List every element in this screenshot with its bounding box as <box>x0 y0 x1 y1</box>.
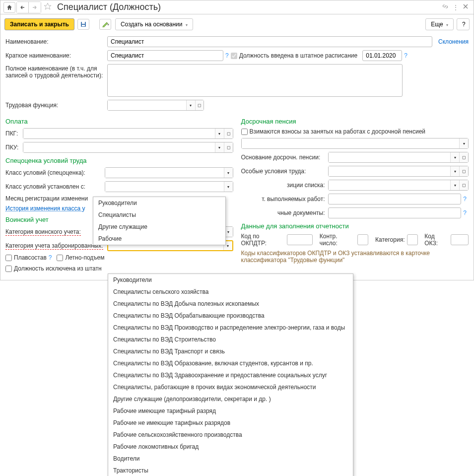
toolbar: Записать и закрыть ▾ Создать на основани… <box>0 14 474 34</box>
forward-button[interactable] <box>29 2 41 13</box>
class-set-label: Класс условий установлен с: <box>5 183 105 190</box>
dropdown2-item[interactable]: Рабочие локомотивных бригад <box>108 441 353 453</box>
excluded-label: Должность исключена из штатн <box>14 265 102 272</box>
class-set-drop[interactable]: ▾ <box>224 182 233 192</box>
docs-label: чные документы: <box>241 209 328 216</box>
special-cond-input[interactable] <box>329 166 451 176</box>
pku-drop[interactable]: ▾ <box>215 142 224 152</box>
help-work-types[interactable]: ? <box>463 196 467 203</box>
dropdown2-item[interactable]: Специалисты по ВЭД Обрабатывающие произв… <box>108 310 353 322</box>
dropdown2-item[interactable]: Другие служащие (делопроизводители, секр… <box>108 393 353 405</box>
help-date[interactable]: ? <box>404 52 407 59</box>
list-pos-drop[interactable]: ▾ <box>450 180 459 190</box>
dropdown1-item[interactable]: Специалисты <box>93 209 225 221</box>
dropdown2-item[interactable]: Трактористы <box>108 465 353 476</box>
class-set-input[interactable] <box>105 182 224 192</box>
help-docs[interactable]: ? <box>463 209 467 216</box>
dropdown2-item[interactable]: Водители <box>108 453 353 465</box>
dropdown2-item[interactable]: Специалисты, работающие в прочих видах э… <box>108 381 353 393</box>
name-label: Наименование: <box>5 38 107 45</box>
dropdown2-item[interactable]: Специалисты по ВЭД Добыча полезных ископ… <box>108 298 353 310</box>
dropdown2-item[interactable]: Специалисты по ВЭД Производство и распре… <box>108 322 353 334</box>
basis-open[interactable]: ◻ <box>459 152 468 162</box>
check-num-label: Контр. число: <box>320 233 356 247</box>
dropdown2-item[interactable]: Рабочие имеющие тарифный разряд <box>108 405 353 417</box>
dropdown1-item[interactable]: Руководители <box>93 197 225 209</box>
back-button[interactable] <box>17 2 29 13</box>
float-checkbox[interactable] <box>5 255 12 261</box>
report-header: Данные для заполнения отчетности <box>241 222 469 230</box>
full-name-textarea[interactable] <box>107 64 403 97</box>
float-label: Плавсостав <box>14 254 47 261</box>
pension-class-drop[interactable]: ▾ <box>459 138 468 148</box>
class-spec-drop[interactable]: ▾ <box>224 168 233 178</box>
pension-class-input[interactable] <box>242 138 460 148</box>
contributions-checkbox[interactable] <box>241 129 248 135</box>
list-pos-open[interactable]: ◻ <box>459 180 468 190</box>
pkg-open[interactable]: ◻ <box>224 129 233 138</box>
dropdown2-item[interactable]: Специалисты по ВЭД Транспорт и связь <box>108 345 353 357</box>
short-name-input[interactable] <box>107 50 223 61</box>
special-cond-drop[interactable]: ▾ <box>450 166 459 176</box>
list-pos-input[interactable] <box>329 180 451 190</box>
dropdown2-item[interactable]: Специалисты по ВЭД Строительство <box>108 334 353 345</box>
mil-category-dropdown: Руководители Специалисты Другие служащие… <box>93 197 226 245</box>
staff-schedule-checkbox <box>231 53 237 59</box>
check-num-input[interactable] <box>357 234 368 245</box>
basis-input[interactable] <box>329 152 451 162</box>
save-close-button[interactable]: Записать и закрыть <box>4 18 74 30</box>
menu-dots-icon[interactable]: ⋮ <box>453 4 459 11</box>
dropdown1-item[interactable]: Другие служащие <box>93 221 225 233</box>
short-name-label: Краткое наименование: <box>5 52 107 59</box>
category-input[interactable] <box>407 234 418 245</box>
declensions-link[interactable]: Склонения <box>438 38 469 45</box>
svg-rect-1 <box>82 22 85 24</box>
basis-drop[interactable]: ▾ <box>450 152 459 162</box>
work-types-input[interactable] <box>328 194 462 204</box>
docs-input[interactable] <box>328 207 462 218</box>
home-button[interactable] <box>3 2 15 13</box>
pku-open[interactable]: ◻ <box>224 142 233 152</box>
name-input[interactable] <box>107 36 432 47</box>
create-based-label: Создать на основании <box>121 21 183 28</box>
month-reg-label: Месяц регистрации изменени <box>5 195 105 202</box>
window-title: Специалист (Должность) <box>57 2 161 12</box>
pkg-drop[interactable]: ▾ <box>215 129 224 138</box>
svg-rect-2 <box>82 25 85 26</box>
flight-checkbox[interactable] <box>57 255 63 261</box>
labor-func-open-btn[interactable]: ◻ <box>195 100 204 110</box>
staff-schedule-label: Должность введена в штатное расписание <box>239 52 358 59</box>
more-label: Еще <box>431 21 443 28</box>
okpdtr-input[interactable] <box>287 234 313 245</box>
history-link[interactable]: История изменения класса у <box>5 205 85 212</box>
date-input[interactable] <box>362 50 402 61</box>
excluded-checkbox[interactable] <box>5 266 12 272</box>
special-cond-label: Особые условия труда: <box>241 168 328 175</box>
labor-func-dropdown-btn[interactable]: ▾ <box>186 100 195 110</box>
class-spec-input[interactable] <box>105 168 224 178</box>
payment-header: Оплата <box>5 118 233 125</box>
pku-input[interactable] <box>23 142 215 152</box>
labor-func-input[interactable] <box>108 100 186 110</box>
dropdown2-item[interactable]: Специалисты по ВЭД Образование, включая … <box>108 357 353 369</box>
help-float[interactable]: ? <box>49 254 52 261</box>
okz-input[interactable] <box>451 234 469 245</box>
star-icon[interactable] <box>43 2 52 12</box>
create-based-button[interactable]: Создать на основании ▾ <box>115 18 193 30</box>
dropdown2-item[interactable]: Рабочие не имеющие тарифных разрядов <box>108 417 353 429</box>
save-button[interactable] <box>77 19 89 30</box>
special-cond-open[interactable]: ◻ <box>459 166 468 176</box>
highlight-button[interactable]: ▾ <box>99 19 111 30</box>
dropdown2-item[interactable]: Руководители <box>108 274 353 286</box>
pkg-input[interactable] <box>23 129 215 138</box>
dropdown2-item[interactable]: Рабочие сельскохозяйственного производст… <box>108 429 353 441</box>
dropdown1-item[interactable]: Рабочие <box>93 233 225 245</box>
help-short-name[interactable]: ? <box>225 52 229 59</box>
close-button[interactable] <box>463 3 469 11</box>
help-button[interactable]: ? <box>457 18 470 30</box>
more-button[interactable]: Еще ▾ <box>425 18 454 30</box>
dropdown2-item[interactable]: Специалисты сельского хозяйства <box>108 286 353 298</box>
link-icon[interactable] <box>442 3 449 11</box>
dropdown2-item[interactable]: Специалисты по ВЭД Здравоохранение и пре… <box>108 369 353 381</box>
pkg-label: ПКГ: <box>5 130 23 137</box>
